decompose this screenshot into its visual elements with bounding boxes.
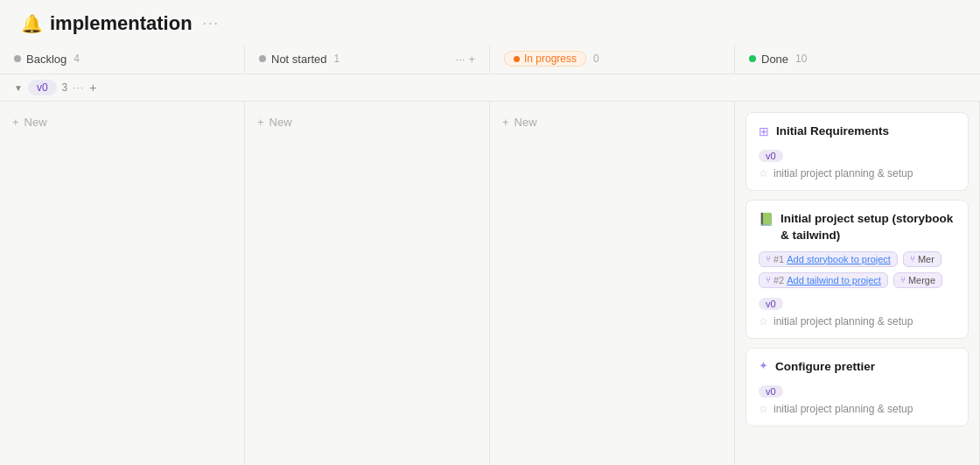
card-version-tag[interactable]: v0 xyxy=(759,298,783,310)
board-col-in-progress: + New xyxy=(490,102,735,465)
card-grid-icon: ⊞ xyxy=(759,124,769,138)
filter-toggle[interactable]: ▼ xyxy=(14,83,23,93)
card-meta-text: initial project planning & setup xyxy=(774,315,913,328)
board-col-done: ⊞ Initial Requirements v0 ☆ initial proj… xyxy=(735,102,980,465)
card-version-tag[interactable]: v0 xyxy=(759,150,783,162)
not-started-label: Not started xyxy=(271,53,327,66)
filter-version-tag[interactable]: v0 xyxy=(28,80,57,95)
card-book-icon: 📗 xyxy=(759,212,774,226)
backlog-dot xyxy=(14,55,21,62)
filter-add[interactable]: + xyxy=(89,81,96,95)
board-col-backlog: + New xyxy=(0,102,245,465)
not-started-count: 1 xyxy=(334,53,340,65)
card-sparkle-icon: ✦ xyxy=(759,359,768,372)
pr-chip-1[interactable]: ⑂ #1 Add storybook to project xyxy=(759,251,898,267)
pr-merge-icon: ⑂ xyxy=(910,254,915,264)
backlog-count: 4 xyxy=(74,53,80,65)
card-configure-prettier[interactable]: ✦ Configure prettier v0 ☆ initial projec… xyxy=(746,348,969,426)
pr-num: #1 xyxy=(774,254,784,264)
done-count: 10 xyxy=(795,53,807,65)
card-version-tag[interactable]: v0 xyxy=(759,385,783,398)
in-progress-count: 0 xyxy=(593,53,599,65)
card-meta-text: initial project planning & setup xyxy=(774,167,913,180)
columns-bar: Backlog 4 Not started 1 ··· + In progres… xyxy=(0,44,980,74)
pr-branch-icon: ⑂ xyxy=(766,254,771,264)
in-progress-new-plus: + xyxy=(502,116,509,129)
backlog-label: Backlog xyxy=(26,53,66,66)
column-header-backlog: Backlog 4 xyxy=(0,46,245,73)
not-started-new-label: New xyxy=(270,116,292,129)
not-started-actions[interactable]: ··· + xyxy=(456,53,475,66)
board: + New + New + New ⊞ Initial Requirements… xyxy=(0,102,980,465)
card-meta: ☆ initial project planning & setup xyxy=(759,315,956,328)
card-meta-text: initial project planning & setup xyxy=(774,403,913,415)
not-started-dot xyxy=(259,55,266,62)
backlog-new-plus: + xyxy=(12,116,19,129)
page-title: implementation xyxy=(50,12,192,35)
pr-row-1: ⑂ #1 Add storybook to project ⑂ Mer xyxy=(759,251,956,267)
pr-branch-icon-2: ⑂ xyxy=(766,275,771,285)
card-header: ✦ Configure prettier xyxy=(759,359,956,376)
filter-count: 3 xyxy=(62,81,68,94)
backlog-new-label: New xyxy=(24,116,47,129)
pr-link[interactable]: Add storybook to project xyxy=(787,254,891,264)
done-dot xyxy=(749,55,756,62)
pr-num-2: #2 xyxy=(774,275,784,285)
pr-merge-chip-1[interactable]: ⑂ Mer xyxy=(903,251,942,267)
not-started-add[interactable]: + xyxy=(468,53,475,66)
done-label: Done xyxy=(761,53,788,66)
pr-merge-label-2: Merge xyxy=(908,275,935,285)
not-started-new-plus: + xyxy=(257,116,264,129)
page-header: 🔔 implementation ··· xyxy=(0,0,980,44)
pr-link-2[interactable]: Add tailwind to project xyxy=(787,275,881,285)
in-progress-badge: In progress xyxy=(504,51,586,67)
column-header-not-started: Not started 1 ··· + xyxy=(245,46,490,73)
column-header-in-progress: In progress 0 xyxy=(490,44,735,74)
not-started-new-row[interactable]: + New xyxy=(256,112,479,132)
card-title: Initial Requirements xyxy=(776,123,889,140)
card-star-icon: ☆ xyxy=(759,315,768,328)
in-progress-new-row[interactable]: + New xyxy=(500,112,724,132)
page-icon: 🔔 xyxy=(21,13,43,34)
card-header: 📗 Initial project setup (storybook & tai… xyxy=(759,211,956,244)
card-meta: ☆ initial project planning & setup xyxy=(759,167,956,180)
card-header: ⊞ Initial Requirements xyxy=(759,123,956,140)
backlog-new-row[interactable]: + New xyxy=(10,112,234,132)
board-col-not-started: + New xyxy=(245,102,490,465)
filter-more[interactable]: ··· xyxy=(73,81,84,94)
card-star-icon: ☆ xyxy=(759,403,768,415)
card-meta: ☆ initial project planning & setup xyxy=(759,403,956,415)
pr-chip-2[interactable]: ⑂ #2 Add tailwind to project xyxy=(759,272,888,288)
card-title: Initial project setup (storybook & tailw… xyxy=(780,211,956,244)
pr-merge-icon-2: ⑂ xyxy=(900,275,906,285)
pr-merge-label: Mer xyxy=(918,254,934,264)
header-more-menu[interactable]: ··· xyxy=(203,16,220,32)
pr-merge-chip-2[interactable]: ⑂ Merge xyxy=(893,272,942,288)
card-title: Configure prettier xyxy=(775,359,875,376)
in-progress-new-label: New xyxy=(514,116,537,129)
filter-bar: ▼ v0 3 ··· + xyxy=(0,74,980,102)
pr-row-2: ⑂ #2 Add tailwind to project ⑂ Merge xyxy=(759,272,956,288)
card-initial-requirements[interactable]: ⊞ Initial Requirements v0 ☆ initial proj… xyxy=(746,112,969,191)
card-initial-project-setup[interactable]: 📗 Initial project setup (storybook & tai… xyxy=(746,200,969,339)
card-star-icon: ☆ xyxy=(759,167,768,180)
column-header-done: Done 10 xyxy=(735,46,980,73)
not-started-more[interactable]: ··· xyxy=(456,53,466,66)
